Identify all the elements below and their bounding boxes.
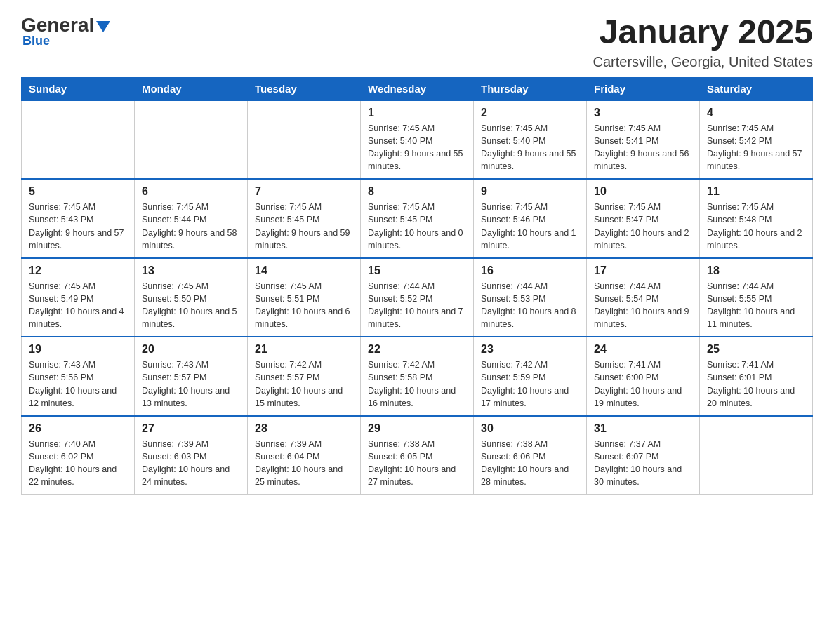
day-number: 31 [594, 422, 692, 435]
day-info: Sunrise: 7:39 AM Sunset: 6:03 PM Dayligh… [142, 438, 240, 489]
calendar-cell: 25Sunrise: 7:41 AM Sunset: 6:01 PM Dayli… [700, 337, 813, 416]
calendar-cell: 27Sunrise: 7:39 AM Sunset: 6:03 PM Dayli… [135, 416, 248, 495]
calendar-week-row: 5Sunrise: 7:45 AM Sunset: 5:43 PM Daylig… [22, 179, 813, 258]
day-number: 10 [594, 185, 692, 198]
month-title: January 2025 [593, 14, 813, 51]
calendar-header-monday: Monday [135, 77, 248, 101]
day-number: 25 [707, 343, 805, 356]
day-number: 22 [368, 343, 466, 356]
calendar-header-thursday: Thursday [474, 77, 587, 101]
calendar-cell [248, 100, 361, 179]
calendar-cell: 18Sunrise: 7:44 AM Sunset: 5:55 PM Dayli… [700, 258, 813, 337]
calendar-cell: 17Sunrise: 7:44 AM Sunset: 5:54 PM Dayli… [587, 258, 700, 337]
day-info: Sunrise: 7:45 AM Sunset: 5:49 PM Dayligh… [29, 280, 127, 331]
day-number: 4 [707, 107, 805, 119]
logo: General Blue [21, 14, 110, 48]
calendar-week-row: 12Sunrise: 7:45 AM Sunset: 5:49 PM Dayli… [22, 258, 813, 337]
calendar-cell: 31Sunrise: 7:37 AM Sunset: 6:07 PM Dayli… [587, 416, 700, 495]
calendar-cell: 23Sunrise: 7:42 AM Sunset: 5:59 PM Dayli… [474, 337, 587, 416]
day-number: 19 [29, 343, 127, 356]
day-info: Sunrise: 7:39 AM Sunset: 6:04 PM Dayligh… [255, 438, 353, 489]
title-section: January 2025 Cartersville, Georgia, Unit… [593, 14, 813, 70]
logo-triangle-icon [96, 21, 110, 32]
day-info: Sunrise: 7:44 AM Sunset: 5:55 PM Dayligh… [707, 280, 805, 331]
calendar-header-tuesday: Tuesday [248, 77, 361, 101]
day-info: Sunrise: 7:37 AM Sunset: 6:07 PM Dayligh… [594, 438, 692, 489]
day-number: 14 [255, 264, 353, 277]
calendar-header-row: SundayMondayTuesdayWednesdayThursdayFrid… [22, 77, 813, 101]
day-info: Sunrise: 7:41 AM Sunset: 6:01 PM Dayligh… [707, 358, 805, 410]
day-info: Sunrise: 7:45 AM Sunset: 5:46 PM Dayligh… [481, 201, 579, 252]
day-info: Sunrise: 7:45 AM Sunset: 5:45 PM Dayligh… [368, 201, 466, 252]
calendar-week-row: 26Sunrise: 7:40 AM Sunset: 6:02 PM Dayli… [22, 416, 813, 495]
day-info: Sunrise: 7:45 AM Sunset: 5:50 PM Dayligh… [142, 280, 240, 331]
logo-blue-text: Blue [22, 34, 50, 48]
day-number: 6 [142, 185, 240, 198]
day-info: Sunrise: 7:45 AM Sunset: 5:41 PM Dayligh… [594, 122, 692, 173]
day-number: 5 [29, 185, 127, 198]
calendar-cell: 21Sunrise: 7:42 AM Sunset: 5:57 PM Dayli… [248, 337, 361, 416]
calendar-cell: 4Sunrise: 7:45 AM Sunset: 5:42 PM Daylig… [700, 100, 813, 179]
calendar-cell [135, 100, 248, 179]
calendar-week-row: 1Sunrise: 7:45 AM Sunset: 5:40 PM Daylig… [22, 100, 813, 179]
day-number: 9 [481, 185, 579, 198]
day-number: 23 [481, 343, 579, 356]
calendar-cell: 20Sunrise: 7:43 AM Sunset: 5:57 PM Dayli… [135, 337, 248, 416]
day-info: Sunrise: 7:44 AM Sunset: 5:52 PM Dayligh… [368, 280, 466, 331]
calendar-cell: 15Sunrise: 7:44 AM Sunset: 5:52 PM Dayli… [361, 258, 474, 337]
day-number: 2 [481, 107, 579, 119]
calendar-cell: 14Sunrise: 7:45 AM Sunset: 5:51 PM Dayli… [248, 258, 361, 337]
calendar-cell: 16Sunrise: 7:44 AM Sunset: 5:53 PM Dayli… [474, 258, 587, 337]
calendar-cell [22, 100, 135, 179]
calendar-cell: 5Sunrise: 7:45 AM Sunset: 5:43 PM Daylig… [22, 179, 135, 258]
calendar-cell: 13Sunrise: 7:45 AM Sunset: 5:50 PM Dayli… [135, 258, 248, 337]
day-info: Sunrise: 7:44 AM Sunset: 5:53 PM Dayligh… [481, 280, 579, 331]
day-info: Sunrise: 7:45 AM Sunset: 5:44 PM Dayligh… [142, 201, 240, 252]
calendar-cell [700, 416, 813, 495]
calendar-cell: 7Sunrise: 7:45 AM Sunset: 5:45 PM Daylig… [248, 179, 361, 258]
day-info: Sunrise: 7:43 AM Sunset: 5:56 PM Dayligh… [29, 358, 127, 410]
calendar-header-saturday: Saturday [700, 77, 813, 101]
day-info: Sunrise: 7:38 AM Sunset: 6:05 PM Dayligh… [368, 438, 466, 489]
day-info: Sunrise: 7:40 AM Sunset: 6:02 PM Dayligh… [29, 438, 127, 489]
calendar-cell: 11Sunrise: 7:45 AM Sunset: 5:48 PM Dayli… [700, 179, 813, 258]
day-info: Sunrise: 7:45 AM Sunset: 5:43 PM Dayligh… [29, 201, 127, 252]
day-number: 21 [255, 343, 353, 356]
day-number: 18 [707, 264, 805, 277]
calendar-cell: 10Sunrise: 7:45 AM Sunset: 5:47 PM Dayli… [587, 179, 700, 258]
calendar-cell: 1Sunrise: 7:45 AM Sunset: 5:40 PM Daylig… [361, 100, 474, 179]
calendar-header-sunday: Sunday [22, 77, 135, 101]
day-info: Sunrise: 7:45 AM Sunset: 5:45 PM Dayligh… [255, 201, 353, 252]
location-text: Cartersville, Georgia, United States [593, 54, 813, 70]
day-info: Sunrise: 7:45 AM Sunset: 5:40 PM Dayligh… [368, 122, 466, 173]
day-number: 30 [481, 422, 579, 435]
page-header: General Blue January 2025 Cartersville, … [21, 14, 813, 70]
calendar-cell: 2Sunrise: 7:45 AM Sunset: 5:40 PM Daylig… [474, 100, 587, 179]
calendar-cell: 30Sunrise: 7:38 AM Sunset: 6:06 PM Dayli… [474, 416, 587, 495]
day-number: 24 [594, 343, 692, 356]
calendar-cell: 28Sunrise: 7:39 AM Sunset: 6:04 PM Dayli… [248, 416, 361, 495]
day-info: Sunrise: 7:42 AM Sunset: 5:57 PM Dayligh… [255, 358, 353, 410]
day-number: 29 [368, 422, 466, 435]
day-number: 11 [707, 185, 805, 198]
day-number: 16 [481, 264, 579, 277]
calendar-cell: 3Sunrise: 7:45 AM Sunset: 5:41 PM Daylig… [587, 100, 700, 179]
calendar-cell: 6Sunrise: 7:45 AM Sunset: 5:44 PM Daylig… [135, 179, 248, 258]
day-number: 3 [594, 107, 692, 119]
day-number: 12 [29, 264, 127, 277]
day-number: 20 [142, 343, 240, 356]
day-info: Sunrise: 7:45 AM Sunset: 5:42 PM Dayligh… [707, 122, 805, 173]
day-info: Sunrise: 7:43 AM Sunset: 5:57 PM Dayligh… [142, 358, 240, 410]
day-number: 27 [142, 422, 240, 435]
calendar-cell: 29Sunrise: 7:38 AM Sunset: 6:05 PM Dayli… [361, 416, 474, 495]
day-info: Sunrise: 7:45 AM Sunset: 5:47 PM Dayligh… [594, 201, 692, 252]
day-info: Sunrise: 7:42 AM Sunset: 5:59 PM Dayligh… [481, 358, 579, 410]
day-info: Sunrise: 7:45 AM Sunset: 5:51 PM Dayligh… [255, 280, 353, 331]
day-number: 1 [368, 107, 466, 119]
day-info: Sunrise: 7:38 AM Sunset: 6:06 PM Dayligh… [481, 438, 579, 489]
calendar-cell: 26Sunrise: 7:40 AM Sunset: 6:02 PM Dayli… [22, 416, 135, 495]
calendar-cell: 22Sunrise: 7:42 AM Sunset: 5:58 PM Dayli… [361, 337, 474, 416]
calendar-header-wednesday: Wednesday [361, 77, 474, 101]
calendar-header-friday: Friday [587, 77, 700, 101]
calendar-cell: 9Sunrise: 7:45 AM Sunset: 5:46 PM Daylig… [474, 179, 587, 258]
